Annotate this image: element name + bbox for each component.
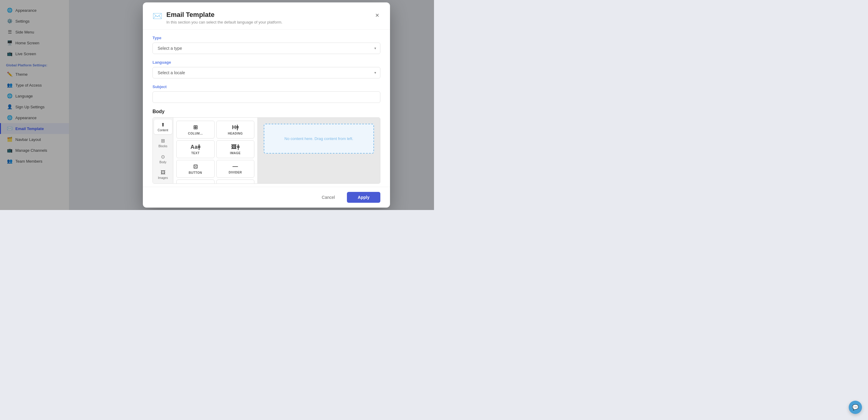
subject-input[interactable] [153, 91, 380, 103]
type-select-wrapper: Select a type ▾ [153, 43, 380, 54]
block-label-button: BUTTON [189, 171, 202, 174]
body-section-title: Body [153, 109, 380, 114]
toolbar-label-blocks: Blocks [158, 144, 167, 148]
body-preview: No content here. Drag content from left. [258, 118, 380, 184]
block-icon-button: ⊡ [193, 163, 198, 170]
block-heading[interactable]: Hǂ HEADING [216, 121, 255, 139]
block-icon-columns: ⊞ [193, 124, 198, 131]
block-icon-text: Aaǂ [190, 144, 200, 150]
modal-header-left: ✉️ Email Template In this section you ca… [153, 11, 282, 24]
subject-field-group: Subject [153, 84, 380, 103]
block-label-columns: COLUM... [188, 132, 203, 135]
email-icon: ✉️ [153, 11, 162, 21]
block-html[interactable]: <> HTML [176, 179, 215, 184]
apply-button[interactable]: Apply [347, 192, 380, 203]
toolbar-icon-blocks: ⊞ [161, 138, 165, 144]
block-label-divider: DIVIDER [229, 171, 242, 174]
block-label-heading: HEADING [228, 132, 243, 135]
modal-header: ✉️ Email Template In this section you ca… [143, 2, 390, 30]
modal-title: Email Template [166, 11, 282, 19]
block-button[interactable]: ⊡ BUTTON [176, 160, 215, 178]
language-label: Language [153, 60, 380, 64]
type-label: Type [153, 36, 380, 40]
block-icon-menu: ☰ [233, 183, 238, 184]
modal-title-block: Email Template In this section you can s… [166, 11, 282, 24]
cancel-button[interactable]: Cancel [313, 192, 344, 203]
toolbar-icon-body: ⊙ [161, 154, 165, 160]
toolbar-tab-images[interactable]: 🖼 Images [154, 167, 172, 182]
type-select[interactable]: Select a type [153, 43, 380, 54]
block-label-text: TEXT [191, 151, 199, 155]
toolbar-label-images: Images [158, 176, 168, 179]
toolbar-label-content: Content [158, 129, 168, 132]
toolbar-tab-body[interactable]: ⊙ Body [154, 151, 172, 166]
block-icon-divider: — [233, 163, 239, 170]
block-columns[interactable]: ⊞ COLUM... [176, 121, 215, 139]
block-label-image: IMAGE [230, 151, 241, 155]
language-select-wrapper: Select a locale ▾ [153, 67, 380, 79]
body-blocks: ⊞ COLUM... Hǂ HEADING Aaǂ TEXT 🖼ǂ IMAGE … [173, 118, 258, 184]
toolbar-label-body: Body [159, 161, 166, 164]
language-select[interactable]: Select a locale [153, 67, 380, 79]
modal-subtitle: In this section you can select the defau… [166, 20, 282, 24]
modal-body: Type Select a type ▾ Language Select a l… [143, 30, 390, 187]
block-menu[interactable]: ☰ MENU [216, 179, 255, 184]
body-toolbar: ⬆ Content ⊞ Blocks ⊙ Body 🖼 Images [153, 118, 173, 184]
toolbar-icon-content: ⬆ [161, 122, 165, 128]
drop-zone[interactable]: No content here. Drag content from left. [264, 124, 374, 153]
subject-label: Subject [153, 84, 380, 89]
toolbar-tab-content[interactable]: ⬆ Content [154, 119, 172, 134]
block-image[interactable]: 🖼ǂ IMAGE [216, 140, 255, 158]
email-template-modal: ✉️ Email Template In this section you ca… [143, 2, 390, 207]
toolbar-tab-blocks[interactable]: ⊞ Blocks [154, 136, 172, 150]
body-editor: ⬆ Content ⊞ Blocks ⊙ Body 🖼 Images ⊞ COL… [153, 117, 380, 184]
toolbar-icon-images: 🖼 [161, 170, 165, 175]
block-icon-heading: Hǂ [232, 124, 239, 131]
type-field-group: Type Select a type ▾ [153, 36, 380, 54]
block-text[interactable]: Aaǂ TEXT [176, 140, 215, 158]
block-icon-html: <> [192, 183, 198, 184]
language-field-group: Language Select a locale ▾ [153, 60, 380, 79]
block-divider[interactable]: — DIVIDER [216, 160, 255, 178]
block-icon-image: 🖼ǂ [231, 144, 239, 150]
close-button[interactable]: × [374, 11, 380, 20]
modal-footer: Cancel Apply [143, 187, 390, 207]
